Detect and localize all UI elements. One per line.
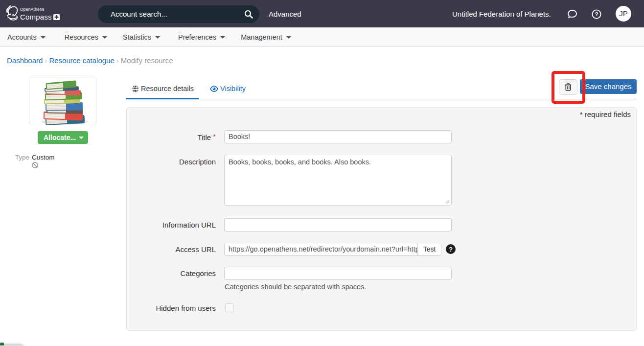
svg-text:?: ? [595,11,598,17]
svg-text:?: ? [449,246,453,253]
